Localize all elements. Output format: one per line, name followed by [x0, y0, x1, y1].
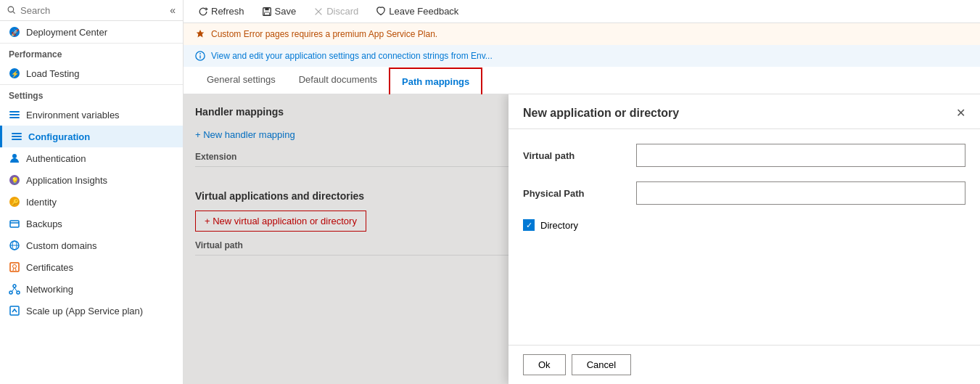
person-icon — [9, 152, 20, 164]
heart-icon — [376, 7, 386, 17]
svg-rect-6 — [9, 111, 20, 113]
directory-label: Directory — [540, 220, 578, 231]
directory-checkbox[interactable]: ✓ — [523, 219, 535, 231]
physical-path-row: Physical Path — [523, 181, 965, 205]
svg-rect-7 — [9, 114, 20, 115]
physical-path-input[interactable] — [636, 181, 965, 205]
collapse-sidebar-button[interactable]: « — [170, 4, 176, 16]
lightning-icon: ⚡ — [9, 68, 20, 79]
cancel-button[interactable]: Cancel — [572, 354, 631, 375]
feedback-button[interactable]: Leave Feedback — [373, 4, 461, 18]
tab-default-documents[interactable]: Default documents — [287, 67, 389, 94]
rocket-icon: 🚀 — [9, 26, 20, 38]
tab-label-default-docs: Default documents — [299, 74, 377, 85]
refresh-label: Refresh — [211, 6, 244, 17]
virtual-path-label: Virtual path — [523, 150, 625, 161]
svg-point-27 — [9, 291, 12, 294]
warning-banner: Custom Error pages requires a premium Ap… — [184, 23, 980, 45]
sidebar-label-backups: Backups — [26, 218, 62, 229]
tab-label-general: General settings — [207, 74, 276, 85]
sidebar-item-custom-domains[interactable]: Custom domains — [0, 234, 183, 256]
sidebar-item-networking[interactable]: Networking — [0, 278, 183, 300]
sidebar-item-application-insights[interactable]: 💡 Application Insights — [0, 169, 183, 191]
save-button[interactable]: Save — [259, 4, 300, 18]
search-bar[interactable]: « — [0, 0, 183, 21]
tab-label-path-mappings: Path mappings — [402, 76, 469, 87]
physical-path-label: Physical Path — [523, 188, 625, 199]
sidebar-item-authentication[interactable]: Authentication — [0, 147, 183, 169]
svg-line-24 — [13, 269, 14, 271]
svg-rect-31 — [10, 306, 19, 315]
sidebar-item-identity[interactable]: 🔑 Identity — [0, 191, 183, 213]
dialog-body: Virtual path Physical Path ✓ Directory — [508, 129, 980, 345]
main-content: Refresh Save Discard Leave Feedback — [184, 0, 980, 384]
dialog-title: New application or directory — [523, 107, 679, 120]
save-icon — [262, 7, 272, 17]
svg-line-29 — [12, 287, 15, 291]
virtual-path-row: Virtual path — [523, 144, 965, 167]
svg-text:🚀: 🚀 — [11, 28, 20, 37]
svg-text:🔑: 🔑 — [11, 198, 20, 207]
bars-icon-config — [11, 131, 22, 142]
sidebar-item-configuration[interactable]: Configuration — [0, 126, 183, 147]
svg-point-12 — [12, 154, 17, 158]
globe-icon — [9, 240, 20, 251]
sidebar-item-scale-up[interactable]: Scale up (App Service plan) — [0, 300, 183, 322]
directory-checkbox-row: ✓ Directory — [523, 219, 965, 231]
virtual-path-input[interactable] — [636, 144, 965, 167]
info-icon — [195, 51, 205, 61]
warning-text: Custom Error pages requires a premium Ap… — [211, 29, 437, 39]
svg-rect-17 — [10, 221, 19, 227]
tabs-bar: General settings Default documents Path … — [184, 67, 980, 94]
discard-button[interactable]: Discard — [310, 4, 361, 18]
sidebar-label-certificates: Certificates — [26, 262, 73, 273]
svg-text:💡: 💡 — [11, 176, 20, 185]
refresh-icon — [198, 7, 208, 17]
rocket-banner-icon — [195, 29, 205, 39]
lightbulb-icon: 💡 — [9, 174, 20, 186]
svg-point-39 — [199, 53, 201, 54]
tab-general-settings[interactable]: General settings — [195, 67, 287, 94]
network-icon — [9, 283, 20, 295]
info-text: View and edit your application settings … — [211, 51, 493, 61]
sidebar-section-settings: Settings — [0, 84, 183, 104]
info-banner: View and edit your application settings … — [184, 45, 980, 67]
key-icon: 🔑 — [9, 196, 20, 208]
toolbar: Refresh Save Discard Leave Feedback — [184, 0, 980, 23]
sidebar-label-identity: Identity — [26, 197, 57, 208]
ok-button[interactable]: Ok — [523, 354, 566, 375]
sidebar-item-environment-variables[interactable]: Environment variables — [0, 104, 183, 126]
search-input[interactable] — [20, 5, 165, 16]
scale-icon — [9, 305, 20, 316]
sidebar-label-load-testing: Load Testing — [26, 68, 80, 79]
sidebar-item-load-testing[interactable]: ⚡ Load Testing — [0, 62, 183, 84]
dialog-overlay: New application or directory ✕ Virtual p… — [184, 94, 980, 384]
bars-icon-env — [9, 109, 20, 120]
sidebar-label-networking: Networking — [26, 284, 73, 295]
sidebar-label-scale-up: Scale up (App Service plan) — [26, 306, 143, 316]
sidebar-label-env-vars: Environment variables — [26, 110, 120, 120]
svg-line-1 — [13, 12, 15, 14]
sidebar-item-backups[interactable]: Backups — [0, 213, 183, 234]
discard-label: Discard — [326, 6, 358, 17]
sidebar-section-performance: Performance — [0, 43, 183, 62]
dialog-close-button[interactable]: ✕ — [956, 106, 965, 120]
box-icon — [9, 218, 20, 229]
dialog-header: New application or directory ✕ — [508, 94, 980, 129]
sidebar-label-app-insights: Application Insights — [26, 175, 107, 186]
svg-rect-9 — [12, 133, 22, 134]
svg-text:⚡: ⚡ — [11, 70, 20, 78]
refresh-button[interactable]: Refresh — [195, 4, 247, 18]
sidebar-item-deployment-center[interactable]: 🚀 Deployment Center — [0, 21, 183, 43]
search-icon — [7, 5, 16, 15]
sidebar-label-configuration: Configuration — [28, 131, 90, 142]
discard-icon — [313, 7, 324, 17]
cert-icon — [9, 261, 20, 273]
new-app-directory-dialog: New application or directory ✕ Virtual p… — [508, 94, 980, 384]
svg-rect-11 — [12, 139, 22, 140]
sidebar-label-deployment-center: Deployment Center — [26, 27, 107, 38]
svg-rect-10 — [12, 136, 22, 137]
tab-path-mappings[interactable]: Path mappings — [389, 68, 482, 94]
sidebar-item-certificates[interactable]: Certificates — [0, 256, 183, 278]
svg-line-30 — [15, 287, 17, 291]
